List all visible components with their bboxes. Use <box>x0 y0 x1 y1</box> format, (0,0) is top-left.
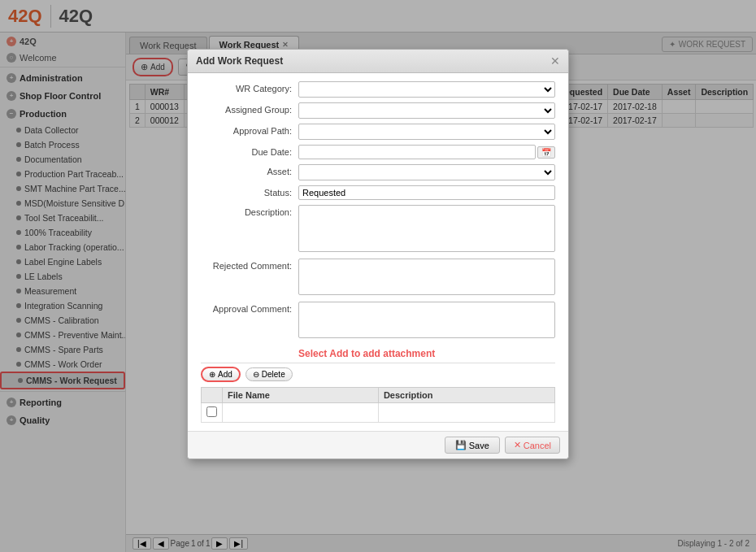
attach-checkbox-cell <box>202 403 223 423</box>
modal-title: Add Work Request <box>196 55 283 67</box>
status-input[interactable]: Requested <box>298 185 555 200</box>
cancel-icon: ✕ <box>514 440 521 450</box>
approval-path-row: Approval Path: <box>201 124 555 140</box>
attach-add-icon: ⊕ <box>209 370 215 379</box>
status-control: Requested <box>298 185 555 200</box>
approval-path-label: Approval Path: <box>201 124 298 136</box>
col-filename: File Name <box>223 388 379 403</box>
approval-path-control <box>298 124 555 140</box>
approval-comment-textarea[interactable] <box>298 302 555 338</box>
asset-control <box>298 164 555 180</box>
modal-body: WR Category: Assigned Group: Approval Pa… <box>188 73 568 431</box>
asset-label: Asset: <box>201 164 298 176</box>
assigned-group-label: Assigned Group: <box>201 102 298 115</box>
description-textarea[interactable] <box>298 205 555 252</box>
add-work-request-modal: Add Work Request ✕ WR Category: Assigned… <box>187 49 569 459</box>
status-row: Status: Requested <box>201 185 555 200</box>
approval-comment-row: Approval Comment: <box>201 302 555 340</box>
col-attach-desc: Description <box>378 388 554 403</box>
attach-checkbox[interactable] <box>206 406 217 417</box>
assigned-group-row: Assigned Group: <box>201 102 555 119</box>
description-control <box>298 205 555 254</box>
attachment-delete-button[interactable]: ⊖ Delete <box>245 367 293 381</box>
save-icon: 💾 <box>455 440 467 450</box>
calendar-button[interactable]: 📅 <box>537 146 555 159</box>
assigned-group-select[interactable] <box>298 102 555 119</box>
approval-comment-control <box>298 302 555 340</box>
attachment-hint: Select Add to add attachment <box>201 345 555 363</box>
date-input-wrap: 📅 <box>298 145 555 159</box>
modal-footer: 💾 Save ✕ Cancel <box>188 431 568 459</box>
description-row: Description: <box>201 205 555 254</box>
col-checkbox <box>202 388 223 403</box>
attach-desc-cell <box>378 403 554 423</box>
due-date-input[interactable] <box>298 145 536 159</box>
modal-overlay: Add Work Request ✕ WR Category: Assigned… <box>0 0 756 552</box>
due-date-label: Due Date: <box>201 145 298 157</box>
wr-category-row: WR Category: <box>201 81 555 98</box>
attachment-toolbar: ⊕ Add ⊖ Delete <box>201 363 555 385</box>
modal-header: Add Work Request ✕ <box>188 50 568 73</box>
due-date-control: 📅 <box>298 145 555 159</box>
asset-select[interactable] <box>298 164 555 180</box>
cancel-button[interactable]: ✕ Cancel <box>505 437 560 454</box>
approval-comment-label: Approval Comment: <box>201 302 298 314</box>
description-label: Description: <box>201 205 298 217</box>
rejected-comment-textarea[interactable] <box>298 259 555 295</box>
asset-row: Asset: <box>201 164 555 180</box>
attach-delete-icon: ⊖ <box>253 370 259 379</box>
wr-category-select[interactable] <box>298 81 555 98</box>
save-button[interactable]: 💾 Save <box>445 437 500 454</box>
status-label-modal: Status: <box>201 185 298 198</box>
attachment-add-button[interactable]: ⊕ Add <box>201 367 241 382</box>
rejected-comment-control <box>298 259 555 297</box>
wr-category-label: WR Category: <box>201 81 298 93</box>
approval-path-select[interactable] <box>298 124 555 140</box>
rejected-comment-label: Rejected Comment: <box>201 259 298 271</box>
attachment-table: File Name Description <box>201 387 555 423</box>
attach-filename-cell <box>223 403 379 423</box>
attachment-row <box>202 403 555 423</box>
rejected-comment-row: Rejected Comment: <box>201 259 555 297</box>
due-date-row: Due Date: 📅 <box>201 145 555 159</box>
modal-close-button[interactable]: ✕ <box>550 54 560 67</box>
wr-category-control <box>298 81 555 98</box>
assigned-group-control <box>298 102 555 119</box>
